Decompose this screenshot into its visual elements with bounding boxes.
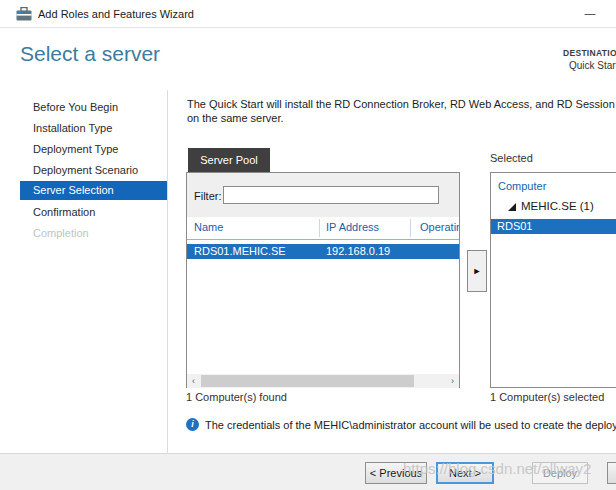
server-pool-table: Name IP Address Operating System RDS01.M… bbox=[187, 217, 459, 374]
cell-server-ip: 192.168.0.19 bbox=[326, 244, 390, 259]
nav-deployment-type[interactable]: Deployment Type bbox=[20, 140, 167, 159]
nav-deployment-scenario[interactable]: Deployment Scenario bbox=[20, 161, 167, 180]
column-header-os[interactable]: Operating System bbox=[420, 221, 459, 233]
page-title: Select a server bbox=[20, 42, 160, 66]
info-icon: i bbox=[186, 418, 199, 431]
computers-selected-count: 1 Computer(s) selected bbox=[490, 391, 604, 403]
destination-block: DESTINATION Quick Start bbox=[563, 48, 616, 71]
destination-label: DESTINATION bbox=[563, 48, 616, 58]
server-pool-panel: Filter: Name IP Address Operating System… bbox=[186, 172, 460, 388]
cell-server-name: RDS01.MEHIC.SE bbox=[194, 244, 286, 259]
credentials-info-text: The credentials of the MEHIC\administrat… bbox=[205, 419, 616, 431]
column-separator bbox=[319, 219, 320, 237]
description-line2: on the same server. bbox=[187, 111, 616, 125]
window-title: Add Roles and Features Wizard bbox=[38, 0, 194, 28]
header-underline bbox=[187, 239, 459, 240]
description-line1: The Quick Start will install the RD Conn… bbox=[187, 97, 616, 111]
filter-input[interactable] bbox=[223, 186, 439, 204]
watermark-text: https://blog.csdn.net/allway2 bbox=[403, 460, 591, 477]
selected-label: Selected bbox=[490, 152, 533, 164]
minimize-button[interactable]: — bbox=[574, 2, 606, 24]
column-separator bbox=[410, 219, 411, 237]
title-bar: Add Roles and Features Wizard — bbox=[0, 0, 616, 28]
scroll-right-icon[interactable]: › bbox=[446, 374, 459, 388]
nav-completion: Completion bbox=[20, 224, 167, 243]
tab-server-pool[interactable]: Server Pool bbox=[188, 148, 270, 172]
domain-group-label: MEHIC.SE (1) bbox=[521, 200, 594, 212]
nav-divider bbox=[167, 90, 168, 453]
tree-expanded-icon bbox=[508, 203, 516, 211]
selected-panel: Computer MEHIC.SE (1) RDS01 bbox=[490, 172, 616, 388]
nav-installation-type[interactable]: Installation Type bbox=[20, 119, 167, 138]
column-header-name[interactable]: Name bbox=[194, 221, 223, 233]
right-arrow-icon: ► bbox=[473, 266, 482, 276]
page-description: The Quick Start will install the RD Conn… bbox=[187, 97, 616, 125]
destination-sub: Quick Start bbox=[569, 60, 616, 71]
scrollbar-thumb[interactable] bbox=[201, 375, 414, 387]
horizontal-scrollbar[interactable]: ‹ › bbox=[187, 374, 459, 388]
nav-before-you-begin[interactable]: Before You Begin bbox=[20, 98, 167, 117]
table-row-rds01[interactable]: RDS01.MEHIC.SE 192.168.0.19 bbox=[187, 244, 459, 259]
server-manager-icon bbox=[16, 7, 32, 21]
column-header-computer[interactable]: Computer bbox=[498, 180, 546, 192]
cancel-button[interactable] bbox=[607, 462, 616, 484]
add-server-button[interactable]: ► bbox=[467, 250, 487, 292]
column-header-ip[interactable]: IP Address bbox=[326, 221, 379, 233]
filter-label: Filter: bbox=[194, 190, 222, 202]
nav-confirmation[interactable]: Confirmation bbox=[20, 203, 167, 222]
wizard-window: Add Roles and Features Wizard — Select a… bbox=[0, 0, 616, 490]
computers-found-count: 1 Computer(s) found bbox=[186, 391, 287, 403]
domain-group-row[interactable]: MEHIC.SE (1) bbox=[491, 200, 616, 216]
nav-server-selection[interactable]: Server Selection bbox=[20, 181, 167, 200]
selected-server-row[interactable]: RDS01 bbox=[491, 219, 616, 234]
scroll-left-icon[interactable]: ‹ bbox=[187, 374, 200, 388]
